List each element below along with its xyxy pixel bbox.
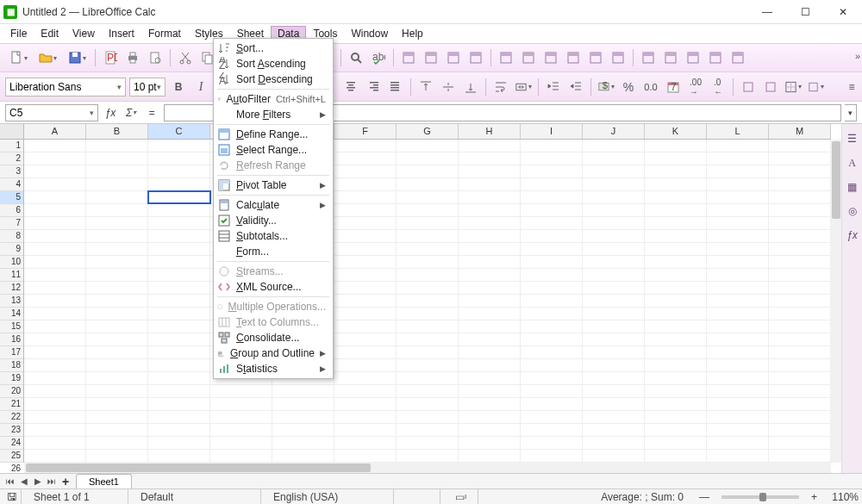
cell[interactable] bbox=[583, 385, 645, 397]
cell[interactable] bbox=[459, 424, 521, 436]
cell[interactable] bbox=[24, 308, 86, 320]
cell[interactable] bbox=[521, 437, 583, 449]
cell[interactable] bbox=[769, 256, 831, 268]
column-header[interactable]: K bbox=[645, 124, 707, 139]
menu-item-calculate[interactable]: Calculate▶ bbox=[214, 197, 333, 213]
cell[interactable] bbox=[210, 411, 272, 423]
headers-button[interactable] bbox=[661, 48, 680, 67]
cell[interactable] bbox=[521, 359, 583, 371]
cell[interactable] bbox=[459, 308, 521, 320]
find-button[interactable] bbox=[347, 48, 365, 67]
cell[interactable] bbox=[583, 178, 645, 190]
selection-mode-button[interactable]: ▭I bbox=[444, 489, 478, 504]
cell[interactable] bbox=[645, 152, 707, 165]
cell[interactable] bbox=[707, 385, 769, 397]
menu-item-define-range-[interactable]: Define Range... bbox=[214, 127, 333, 142]
hyperlink-button[interactable] bbox=[609, 48, 628, 67]
cell[interactable] bbox=[397, 424, 459, 436]
maximize-button[interactable]: ☐ bbox=[790, 0, 821, 24]
row-header[interactable]: 16 bbox=[0, 333, 23, 346]
cell[interactable] bbox=[769, 398, 831, 410]
cell[interactable] bbox=[645, 269, 707, 281]
cell[interactable] bbox=[397, 398, 459, 410]
row-header[interactable]: 12 bbox=[0, 282, 23, 295]
cell[interactable] bbox=[521, 191, 583, 203]
cell[interactable] bbox=[645, 346, 707, 358]
cell[interactable] bbox=[583, 230, 645, 242]
cell[interactable] bbox=[148, 346, 210, 358]
pivot-tb-button[interactable] bbox=[564, 48, 583, 67]
cell[interactable] bbox=[86, 372, 148, 384]
cell[interactable] bbox=[769, 308, 831, 320]
number-button[interactable]: 0.0 bbox=[641, 78, 660, 96]
cell[interactable] bbox=[210, 398, 272, 410]
cell[interactable] bbox=[769, 243, 831, 255]
cell[interactable] bbox=[645, 372, 707, 384]
cell[interactable] bbox=[397, 165, 459, 177]
cell[interactable] bbox=[210, 437, 272, 449]
cut-button[interactable] bbox=[176, 48, 195, 67]
row-headers[interactable]: 1234567891011121314151617181920212223242… bbox=[0, 140, 24, 463]
menu-item-group-and-outline[interactable]: Group and Outline▶ bbox=[214, 345, 333, 361]
cell[interactable] bbox=[521, 385, 583, 397]
row-header[interactable]: 17 bbox=[0, 346, 23, 359]
cell[interactable] bbox=[521, 320, 583, 333]
close-button[interactable]: ✕ bbox=[828, 0, 859, 24]
cell[interactable] bbox=[521, 230, 583, 242]
cell[interactable] bbox=[24, 204, 86, 216]
cell[interactable] bbox=[334, 152, 397, 165]
cell[interactable] bbox=[86, 320, 148, 333]
column-header[interactable]: A bbox=[24, 124, 86, 139]
cell[interactable] bbox=[583, 295, 645, 307]
cell[interactable] bbox=[645, 320, 707, 333]
column-header[interactable]: H bbox=[459, 124, 521, 139]
bold-button[interactable]: B bbox=[169, 78, 188, 96]
cell[interactable] bbox=[583, 204, 645, 216]
cell[interactable] bbox=[397, 359, 459, 371]
cell[interactable] bbox=[707, 450, 769, 462]
cell[interactable] bbox=[148, 165, 210, 177]
cell[interactable] bbox=[148, 269, 210, 281]
image-button[interactable] bbox=[519, 48, 538, 67]
cell[interactable] bbox=[459, 333, 521, 345]
cell[interactable] bbox=[334, 165, 397, 177]
cell[interactable] bbox=[272, 450, 334, 462]
spell-button[interactable]: abc bbox=[369, 48, 388, 67]
cell[interactable] bbox=[769, 191, 831, 203]
row-header[interactable]: 26 bbox=[0, 463, 23, 473]
cell[interactable] bbox=[769, 165, 831, 177]
cell[interactable] bbox=[397, 346, 459, 358]
menu-file[interactable]: File bbox=[3, 26, 34, 41]
cell[interactable] bbox=[148, 437, 210, 449]
properties-panel-icon[interactable]: ☰ bbox=[845, 131, 860, 146]
cell[interactable] bbox=[707, 140, 769, 152]
align-right-button[interactable] bbox=[364, 78, 383, 96]
cell[interactable] bbox=[86, 450, 148, 462]
cell[interactable] bbox=[459, 204, 521, 216]
language-label[interactable]: English (USA) bbox=[265, 489, 394, 504]
cell[interactable] bbox=[334, 333, 397, 345]
cell[interactable] bbox=[583, 346, 645, 358]
save-status-icon[interactable]: 🖫 bbox=[3, 489, 22, 504]
row-header[interactable]: 21 bbox=[0, 398, 23, 411]
cell[interactable] bbox=[645, 295, 707, 307]
menu-item-more-filters[interactable]: More Filters▶ bbox=[214, 107, 333, 122]
next-sheet-button[interactable]: ▶ bbox=[31, 476, 45, 488]
cell[interactable] bbox=[86, 346, 148, 358]
cell[interactable] bbox=[334, 269, 397, 281]
sheet-tab[interactable]: Sheet1 bbox=[76, 474, 132, 488]
align-top-button[interactable] bbox=[416, 78, 435, 96]
cell[interactable] bbox=[86, 256, 148, 268]
sidebar-toggle-icon[interactable]: ≡ bbox=[846, 81, 857, 93]
cell[interactable] bbox=[272, 385, 334, 397]
row-header[interactable]: 6 bbox=[0, 204, 23, 217]
cell[interactable] bbox=[86, 295, 148, 307]
cell[interactable] bbox=[397, 411, 459, 423]
cell[interactable] bbox=[459, 191, 521, 203]
cell[interactable] bbox=[583, 450, 645, 462]
menu-item-validity-[interactable]: Validity... bbox=[214, 213, 333, 228]
row-header[interactable]: 20 bbox=[0, 385, 23, 398]
cell[interactable] bbox=[583, 372, 645, 384]
cell[interactable] bbox=[397, 295, 459, 307]
cell[interactable] bbox=[583, 359, 645, 371]
